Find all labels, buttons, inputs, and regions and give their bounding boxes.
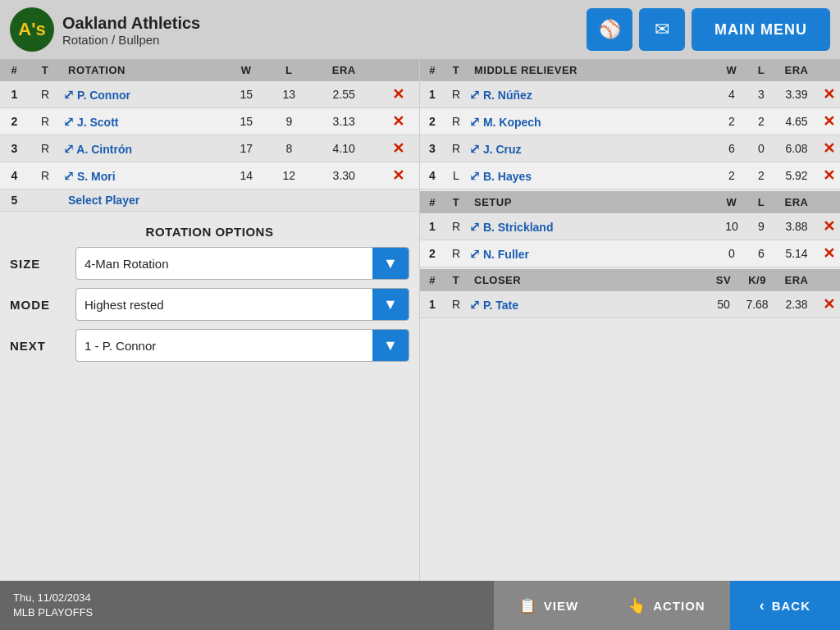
size-value: 4-Man Rotation	[76, 257, 372, 271]
next-select[interactable]: 1 - P. Connor ▼	[75, 329, 409, 362]
mr-row: 4 L ⤢ B. Hayes 2 2 5.92 ✕	[420, 162, 840, 189]
mode-dropdown-btn[interactable]: ▼	[372, 288, 409, 321]
rotation-row: 3 R ⤢ A. Cintrón 17 8 4.10 ✕	[0, 135, 419, 162]
main-content: # T ROTATION W L ERA 1 R ⤢ P. Connor	[0, 59, 840, 581]
closer-col-sv: SV	[709, 269, 738, 291]
move-icon[interactable]: ⤢	[469, 88, 480, 102]
remove-icon[interactable]: ✕	[392, 113, 404, 130]
remove-icon[interactable]: ✕	[823, 218, 835, 235]
next-value: 1 - P. Connor	[76, 339, 372, 353]
remove-icon[interactable]: ✕	[392, 167, 404, 184]
setup-table: # T SETUP W L ERA 1 R ⤢ B. Strickland 10…	[420, 191, 840, 267]
setup-col-num: #	[420, 191, 445, 213]
mr-row: 3 R ⤢ J. Cruz 6 0 6.08 ✕	[420, 135, 840, 162]
closer-col-era: ERA	[776, 269, 817, 291]
team-name: Oakland Athletics	[62, 13, 200, 33]
mail-button[interactable]: ✉	[639, 8, 685, 51]
move-icon[interactable]: ⤢	[469, 298, 480, 312]
mr-col-num: #	[420, 59, 445, 81]
team-subtitle: Rotation / Bullpen	[62, 33, 200, 47]
mr-col-t: T	[445, 59, 468, 81]
rotation-slot5-row[interactable]: 5 Select Player	[0, 189, 419, 212]
rotation-col-name: ROTATION	[62, 59, 225, 81]
closer-col-k9: K/9	[738, 269, 776, 291]
baseball-button[interactable]: ⚾	[587, 8, 632, 51]
right-panel: # T MIDDLE RELIEVER W L ERA 1 R ⤢ R. Núñ…	[420, 59, 840, 581]
closer-col-num: #	[420, 269, 445, 291]
remove-icon[interactable]: ✕	[823, 245, 835, 262]
mode-select[interactable]: Highest rested ▼	[75, 288, 409, 321]
logo-area: A's Oakland Athletics Rotation / Bullpen	[10, 7, 587, 52]
action-icon: 👆	[628, 596, 646, 614]
view-icon: 📋	[518, 596, 537, 614]
move-icon[interactable]: ⤢	[469, 169, 480, 183]
view-button[interactable]: 📋 VIEW	[494, 581, 603, 630]
move-icon[interactable]: ⤢	[63, 115, 74, 129]
main-menu-button[interactable]: MAIN MENU	[692, 8, 830, 51]
remove-icon[interactable]: ✕	[392, 86, 404, 103]
remove-icon[interactable]: ✕	[823, 140, 835, 157]
remove-icon[interactable]: ✕	[823, 296, 835, 313]
setup-col-name: SETUP	[468, 191, 717, 213]
mr-row: 1 R ⤢ R. Núñez 4 3 3.39 ✕	[420, 81, 840, 108]
rotation-col-w: W	[225, 59, 267, 81]
setup-row: 2 R ⤢ N. Fuller 0 6 5.14 ✕	[420, 240, 840, 267]
mode-value: Highest rested	[76, 298, 372, 312]
move-icon[interactable]: ⤢	[63, 169, 74, 183]
closer-col-t: T	[445, 269, 468, 291]
mr-col-l: L	[746, 59, 776, 81]
next-label: NEXT	[10, 339, 75, 353]
setup-col-l: L	[746, 191, 776, 213]
mode-option-row: MODE Highest rested ▼	[10, 288, 409, 321]
size-select[interactable]: 4-Man Rotation ▼	[75, 247, 409, 280]
middle-reliever-table: # T MIDDLE RELIEVER W L ERA 1 R ⤢ R. Núñ…	[420, 59, 840, 189]
rotation-col-l: L	[267, 59, 310, 81]
remove-icon[interactable]: ✕	[823, 113, 835, 130]
size-option-row: SIZE 4-Man Rotation ▼	[10, 247, 409, 280]
move-icon[interactable]: ⤢	[63, 88, 74, 102]
rotation-row: 4 R ⤢ S. Mori 14 12 3.30 ✕	[0, 162, 419, 189]
setup-col-remove	[817, 191, 840, 213]
setup-col-t: T	[445, 191, 468, 213]
closer-col-name: CLOSER	[468, 269, 709, 291]
closer-col-remove	[817, 269, 840, 291]
rotation-row: 2 R ⤢ J. Scott 15 9 3.13 ✕	[0, 108, 419, 135]
mode-label: MODE	[10, 298, 75, 312]
mr-col-w: W	[717, 59, 746, 81]
rotation-col-num: #	[0, 59, 29, 81]
remove-icon[interactable]: ✕	[823, 167, 835, 184]
left-panel: # T ROTATION W L ERA 1 R ⤢ P. Connor	[0, 59, 420, 581]
header: A's Oakland Athletics Rotation / Bullpen…	[0, 0, 840, 59]
select-player-slot5[interactable]: Select Player	[62, 189, 419, 212]
remove-icon[interactable]: ✕	[823, 86, 835, 103]
mr-row: 2 R ⤢ M. Kopech 2 2 4.65 ✕	[420, 108, 840, 135]
footer: Thu, 11/02/2034 MLB PLAYOFFS 📋 VIEW 👆 AC…	[0, 581, 840, 630]
action-button[interactable]: 👆 ACTION	[603, 581, 730, 630]
move-icon[interactable]: ⤢	[469, 115, 480, 129]
footer-info: Thu, 11/02/2034 MLB PLAYOFFS	[0, 591, 494, 620]
footer-event: MLB PLAYOFFS	[13, 605, 481, 620]
rotation-col-era: ERA	[310, 59, 377, 81]
next-option-row: NEXT 1 - P. Connor ▼	[10, 329, 409, 362]
team-info: Oakland Athletics Rotation / Bullpen	[62, 13, 200, 47]
size-dropdown-btn[interactable]: ▼	[372, 247, 409, 280]
closer-table: # T CLOSER SV K/9 ERA 1 R ⤢ P. Tate 50 7…	[420, 269, 840, 318]
rotation-table: # T ROTATION W L ERA 1 R ⤢ P. Connor	[0, 59, 419, 212]
back-button[interactable]: ‹ BACK	[730, 581, 840, 630]
setup-col-w: W	[717, 191, 746, 213]
next-dropdown-btn[interactable]: ▼	[372, 329, 409, 362]
remove-icon[interactable]: ✕	[392, 140, 404, 157]
move-icon[interactable]: ⤢	[469, 220, 480, 234]
setup-col-era: ERA	[776, 191, 817, 213]
team-logo: A's	[10, 7, 54, 52]
mr-col-remove	[817, 59, 840, 81]
move-icon[interactable]: ⤢	[469, 142, 480, 156]
rotation-col-remove	[377, 59, 419, 81]
move-icon[interactable]: ⤢	[63, 142, 74, 156]
footer-date: Thu, 11/02/2034	[13, 591, 481, 605]
options-title: ROTATION OPTIONS	[10, 218, 409, 247]
closer-row: 1 R ⤢ P. Tate 50 7.68 2.38 ✕	[420, 291, 840, 318]
rotation-options: ROTATION OPTIONS SIZE 4-Man Rotation ▼ M…	[0, 212, 419, 377]
move-icon[interactable]: ⤢	[469, 247, 480, 261]
mr-col-name: MIDDLE RELIEVER	[468, 59, 717, 81]
